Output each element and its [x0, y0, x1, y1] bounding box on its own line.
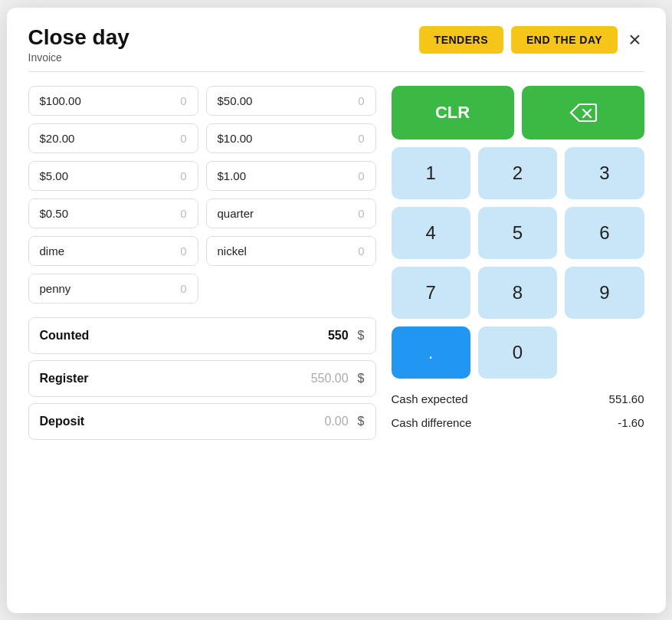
num-8-button[interactable]: 8 — [478, 267, 557, 319]
page-title: Close day — [28, 26, 129, 50]
num-2-button[interactable]: 2 — [478, 147, 557, 199]
header: Close day Invoice TENDERS END THE DAY × — [28, 26, 644, 64]
clr-button[interactable]: CLR — [392, 86, 514, 139]
main-content: $100.00 0 $50.00 0 $20.00 0 $10.00 0 $5.… — [28, 86, 644, 446]
decimal-button[interactable]: . — [392, 326, 470, 379]
currency-label: quarter — [218, 207, 254, 220]
deposit-value: 0.00 — [324, 415, 348, 428]
counted-row: Counted 550 $ — [28, 317, 376, 354]
currency-value: 0 — [180, 132, 186, 145]
currency-row[interactable]: $100.00 0 — [28, 86, 198, 116]
counted-value: 550 — [328, 329, 349, 343]
cash-expected-value: 551.60 — [609, 392, 644, 405]
currency-value: 0 — [358, 169, 364, 182]
cash-info: Cash expected 551.60 Cash difference -1.… — [392, 392, 644, 429]
currency-value: 0 — [180, 169, 186, 182]
cash-expected-label: Cash expected — [392, 392, 468, 405]
currency-row[interactable]: penny 0 — [28, 274, 198, 303]
currency-row[interactable]: nickel 0 — [206, 236, 376, 266]
num-4-button[interactable]: 4 — [392, 207, 470, 259]
currency-row[interactable]: dime 0 — [28, 236, 198, 266]
cash-difference-value: -1.60 — [618, 416, 644, 429]
deposit-label: Deposit — [40, 415, 85, 428]
counted-amount: 550 $ — [328, 329, 365, 343]
backspace-icon — [569, 103, 597, 123]
register-value: 550.00 — [311, 372, 349, 385]
currency-label: $5.00 — [40, 169, 69, 182]
currency-label: $0.50 — [40, 207, 69, 220]
num-6-button[interactable]: 6 — [565, 207, 644, 259]
currency-label: $10.00 — [218, 132, 253, 145]
currency-label: penny — [40, 282, 71, 295]
currency-label: dime — [40, 244, 65, 258]
numpad-top: CLR — [392, 86, 644, 139]
num-7-button[interactable]: 7 — [392, 267, 470, 319]
deposit-amount: 0.00 $ — [324, 415, 364, 428]
register-label: Register — [40, 372, 89, 385]
register-currency: $ — [358, 372, 365, 385]
numpad-grid: 123456789.0 — [392, 147, 644, 379]
num-0-button[interactable]: 0 — [478, 326, 557, 379]
modal-close-day: Close day Invoice TENDERS END THE DAY × … — [7, 8, 666, 613]
currency-row[interactable]: $1.00 0 — [206, 161, 376, 191]
title-block: Close day Invoice — [28, 26, 129, 64]
currency-label: $20.00 — [40, 132, 75, 145]
currency-label: $50.00 — [218, 94, 253, 107]
left-panel: $100.00 0 $50.00 0 $20.00 0 $10.00 0 $5.… — [28, 86, 376, 446]
currency-row[interactable]: $50.00 0 — [206, 86, 376, 116]
header-divider — [28, 71, 644, 72]
deposit-currency: $ — [358, 415, 365, 428]
register-row: Register 550.00 $ — [28, 360, 376, 397]
backspace-button[interactable] — [522, 86, 644, 139]
currency-label: nickel — [218, 244, 247, 258]
num-5-button[interactable]: 5 — [478, 207, 557, 259]
cash-difference-label: Cash difference — [392, 416, 472, 429]
cash-difference-row: Cash difference -1.60 — [392, 416, 644, 429]
currency-row[interactable]: $0.50 0 — [28, 198, 198, 228]
currency-value: 0 — [358, 132, 364, 145]
currency-row[interactable]: quarter 0 — [206, 198, 376, 228]
counted-currency: $ — [358, 329, 365, 343]
cash-expected-row: Cash expected 551.60 — [392, 392, 644, 405]
deposit-row: Deposit 0.00 $ — [28, 403, 376, 440]
currency-value: 0 — [180, 207, 186, 220]
numpad-empty-cell — [565, 326, 644, 379]
right-panel: CLR 123456789.0 Cash expected 551.60 — [392, 86, 644, 446]
register-amount: 550.00 $ — [311, 372, 365, 385]
currency-value: 0 — [180, 244, 186, 258]
currency-value: 0 — [358, 94, 364, 107]
num-9-button[interactable]: 9 — [565, 267, 644, 319]
num-1-button[interactable]: 1 — [392, 147, 470, 199]
summary-section: Counted 550 $ Register 550.00 $ Deposit — [28, 317, 376, 446]
header-actions: TENDERS END THE DAY × — [419, 26, 644, 54]
currency-label: $100.00 — [40, 94, 81, 107]
currency-value: 0 — [358, 207, 364, 220]
counted-label: Counted — [40, 329, 90, 343]
tenders-button[interactable]: TENDERS — [419, 26, 503, 54]
close-button[interactable]: × — [625, 29, 644, 51]
page-subtitle: Invoice — [28, 51, 129, 64]
currency-row[interactable]: $10.00 0 — [206, 123, 376, 153]
end-day-button[interactable]: END THE DAY — [511, 26, 618, 54]
currency-row[interactable]: $5.00 0 — [28, 161, 198, 191]
currency-value: 0 — [358, 244, 364, 258]
currency-grid: $100.00 0 $50.00 0 $20.00 0 $10.00 0 $5.… — [28, 86, 376, 303]
currency-row[interactable]: $20.00 0 — [28, 123, 198, 153]
currency-label: $1.00 — [218, 169, 247, 182]
num-3-button[interactable]: 3 — [565, 147, 644, 199]
currency-value: 0 — [180, 94, 186, 107]
currency-value: 0 — [180, 282, 186, 295]
